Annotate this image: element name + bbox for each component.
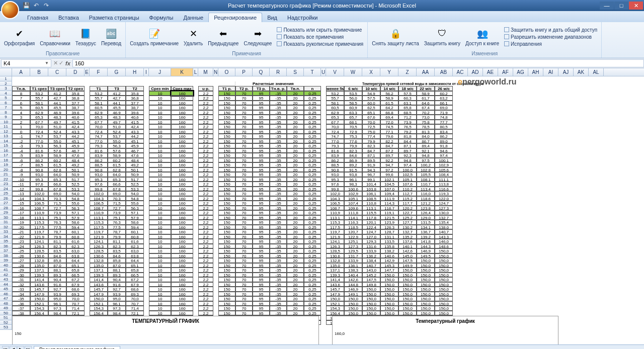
cell[interactable] [558,143,574,148]
cell[interactable] [483,120,498,125]
cell[interactable]: 150 [218,143,235,148]
cell[interactable] [468,287,483,292]
cell[interactable] [468,263,483,268]
row-header[interactable]: 7 [0,105,12,110]
cell[interactable] [321,292,326,297]
cell[interactable]: 160 [171,124,193,129]
cell[interactable]: 0,25 [304,139,321,144]
cell[interactable]: 160 [171,296,193,301]
cell[interactable] [528,81,543,86]
col-header-Z[interactable]: Z [398,68,417,76]
cell[interactable] [85,143,90,148]
cell[interactable]: 102,8 [417,167,435,172]
cell[interactable]: 0,25 [304,244,321,249]
cell[interactable]: 70 [235,268,253,273]
cell[interactable] [483,229,498,234]
cell[interactable] [144,182,149,187]
cell[interactable] [589,229,604,234]
cell[interactable] [326,81,344,86]
cell[interactable] [144,248,149,253]
cell[interactable]: 80,5 [435,124,453,129]
cell[interactable] [193,115,198,120]
cell[interactable]: 58,9 [380,96,398,101]
cell[interactable]: 160 [171,187,193,192]
cell[interactable]: 83,5 [48,248,66,253]
cell[interactable]: 97,2 [380,167,398,172]
cell[interactable]: 143,6 [30,282,48,287]
cell[interactable]: 160 [171,210,193,215]
cell[interactable] [558,139,574,144]
cell[interactable]: Срез min [149,86,171,91]
cell[interactable]: 150 [218,306,235,311]
cell[interactable]: 160 [171,234,193,239]
cell[interactable]: 97,5 [417,158,435,163]
cell[interactable]: 2,2 [198,177,213,182]
cell[interactable]: 160 [171,115,193,120]
cell[interactable]: n [304,86,321,91]
cell[interactable]: 0,25 [304,182,321,187]
cell[interactable]: 52,4 [108,129,126,134]
cell[interactable]: 150,0 [380,311,398,316]
cell[interactable] [574,148,589,153]
cell[interactable]: 146,9 [417,248,435,253]
cell[interactable] [498,105,513,110]
ribbon-btn[interactable]: 👥Доступ к книге [464,27,500,47]
cell[interactable]: 150 [218,129,235,134]
cell[interactable]: 139,2 [417,234,435,239]
cell[interactable]: 2,2 [198,282,213,287]
cell[interactable]: 122,9 [344,234,362,239]
cell[interactable]: 131,5 [417,220,435,225]
cell[interactable]: 0,25 [304,172,321,177]
cell[interactable] [144,210,149,215]
cell[interactable] [574,248,589,253]
cell[interactable]: 70 [235,172,253,177]
cell[interactable]: 95 [253,282,270,287]
cell[interactable] [558,158,574,163]
cell[interactable]: 65,8 [66,268,85,273]
cell[interactable] [528,187,543,192]
cell[interactable] [453,182,468,187]
ribbon-btn[interactable]: 📖Справочники [39,27,71,47]
cell[interactable]: 53,2 [326,91,344,96]
cell[interactable]: 141,4 [90,277,108,282]
cell[interactable] [398,76,417,81]
cell[interactable]: 150 [218,167,235,172]
cell[interactable] [498,153,513,158]
cell[interactable]: 150 [218,296,235,301]
cell[interactable] [144,306,149,311]
cell[interactable]: 118,5 [344,225,362,230]
cell[interactable] [321,210,326,215]
cell[interactable]: 90,8 [30,167,48,172]
cell[interactable]: 2,2 [198,162,213,167]
cell[interactable] [453,124,468,129]
cell[interactable]: 75,1 [108,215,126,220]
cell[interactable]: 150 [218,105,235,110]
cell[interactable]: 98,4 [108,311,126,316]
cell[interactable] [144,96,149,101]
cell[interactable]: 84,6 [108,253,126,258]
ribbon-check[interactable]: Исправления [503,41,598,47]
cell[interactable] [513,124,528,129]
cell[interactable]: 81,1 [108,239,126,244]
cell[interactable] [543,244,558,249]
cell[interactable]: 70 [235,311,253,316]
cell[interactable] [321,196,326,201]
cell[interactable]: 10 [149,220,171,225]
cell[interactable] [468,129,483,134]
cell[interactable] [483,273,498,278]
cell[interactable]: 115,3 [90,220,108,225]
cell[interactable] [574,115,589,120]
cell[interactable]: 77,0 [326,139,344,144]
cell[interactable]: 8 [12,91,30,96]
cell[interactable] [213,115,218,120]
cell[interactable]: 0,25 [304,220,321,225]
row-header[interactable]: 1 [0,76,12,81]
cell[interactable] [498,268,513,273]
cell[interactable] [85,110,90,115]
cell[interactable]: 2 [12,120,30,125]
cell[interactable]: 71,5 [48,201,66,206]
cell[interactable] [85,177,90,182]
cell[interactable]: 95 [253,167,270,172]
cell[interactable] [453,253,468,258]
cell[interactable]: 150,0 [398,268,417,273]
